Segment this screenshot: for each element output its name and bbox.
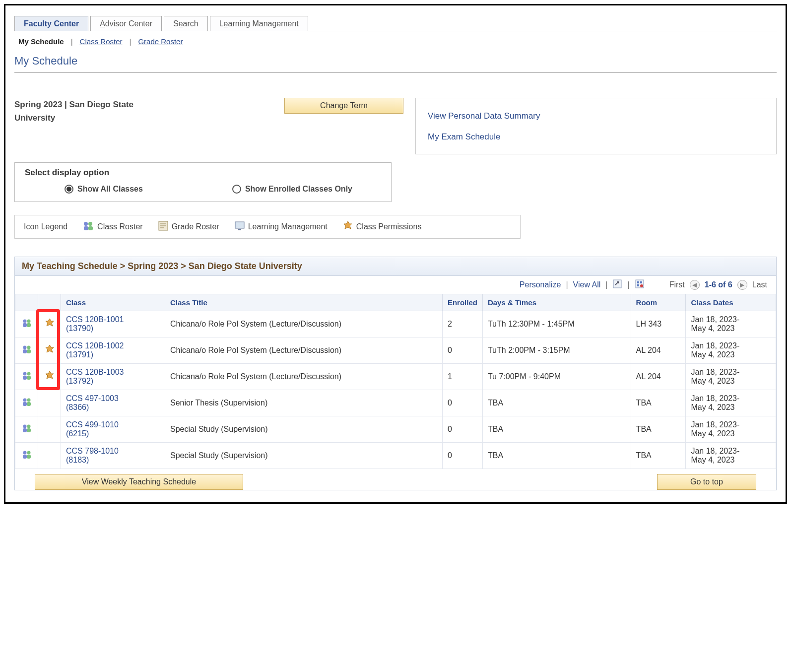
room-cell: TBA <box>631 416 686 443</box>
class-link[interactable]: CCS 497-1003(8366) <box>66 394 119 411</box>
table-row: CCS 798-1010(8183)Special Study (Supervi… <box>15 443 776 469</box>
class-title-cell: Chicana/o Role Pol System (Lecture/Discu… <box>165 311 442 337</box>
class-roster-icon[interactable] <box>21 450 32 462</box>
link-personal-data-summary[interactable]: View Personal Data Summary <box>428 111 764 121</box>
tab-advisor-center[interactable]: Advisor Center <box>90 16 162 31</box>
tab-faculty-center[interactable]: Faculty Center <box>14 16 88 31</box>
term-label: Spring 2023 | San Diego State University <box>14 98 158 125</box>
class-permissions-icon[interactable] <box>44 344 55 357</box>
svg-point-15 <box>640 284 643 287</box>
link-my-exam-schedule[interactable]: My Exam Schedule <box>428 132 764 142</box>
view-weekly-schedule-button[interactable]: View Weekly Teaching Schedule <box>35 474 243 490</box>
days-times-cell: Tu 7:00PM - 9:40PM <box>482 364 631 390</box>
subtab-grade-roster[interactable]: Grade Roster <box>135 36 186 47</box>
svg-point-36 <box>23 451 26 455</box>
link-view-all[interactable]: View All <box>573 280 601 289</box>
go-to-top-button[interactable]: Go to top <box>657 474 756 490</box>
svg-rect-19 <box>27 323 31 327</box>
class-dates-cell: Jan 18, 2023-May 4, 2023 <box>686 311 776 337</box>
svg-point-0 <box>84 222 88 226</box>
svg-rect-27 <box>27 376 31 380</box>
days-times-cell: TBA <box>482 390 631 416</box>
enrolled-cell: 0 <box>442 337 482 364</box>
side-links-box: View Personal Data Summary My Exam Sched… <box>415 98 777 154</box>
class-link[interactable]: CCS 499-1010(6215) <box>66 420 119 438</box>
col-days-times: Days & Times <box>482 294 631 311</box>
svg-rect-18 <box>23 323 27 327</box>
class-roster-icon[interactable] <box>21 371 32 383</box>
separator: | <box>71 37 73 46</box>
class-permissions-icon[interactable] <box>44 370 55 383</box>
icon-legend-title: Icon Legend <box>24 222 67 231</box>
svg-rect-22 <box>23 349 27 353</box>
legend-label: Class Roster <box>97 222 143 231</box>
radio-show-enrolled-only[interactable]: Show Enrolled Classes Only <box>232 185 352 194</box>
tab-learning-management[interactable]: Learning Management <box>210 16 308 31</box>
enrolled-cell: 0 <box>442 416 482 443</box>
table-row: CCS 120B-1001(13790)Chicana/o Role Pol S… <box>15 311 776 337</box>
nav-next-icon[interactable]: ▶ <box>737 280 747 290</box>
teaching-schedule-section: My Teaching Schedule > Spring 2023 > San… <box>14 257 777 490</box>
class-title-cell: Chicana/o Role Pol System (Lecture/Discu… <box>165 364 442 390</box>
display-option-title: Select display option <box>25 168 381 178</box>
svg-point-28 <box>23 399 26 402</box>
svg-rect-10 <box>613 280 621 288</box>
radio-label: Show Enrolled Classes Only <box>245 185 352 194</box>
radio-show-all-classes[interactable]: Show All Classes <box>65 185 143 194</box>
svg-point-20 <box>23 346 26 349</box>
download-icon[interactable] <box>635 279 645 291</box>
class-permissions-icon[interactable] <box>44 318 55 331</box>
link-personalize[interactable]: Personalize <box>520 280 561 289</box>
room-cell: TBA <box>631 443 686 469</box>
class-title-cell: Chicana/o Role Pol System (Lecture/Discu… <box>165 337 442 364</box>
icon-legend: Icon Legend Class Roster Grade Roster Le… <box>14 215 521 239</box>
legend-label: Class Permissions <box>356 222 422 231</box>
class-roster-icon[interactable] <box>21 423 32 435</box>
zoom-icon[interactable] <box>612 279 622 291</box>
class-roster-icon[interactable] <box>21 397 32 409</box>
sub-tabs: My Schedule | Class Roster | Grade Roste… <box>14 33 777 52</box>
class-permissions-icon <box>342 220 353 233</box>
class-link[interactable]: CCS 120B-1002(13791) <box>66 341 124 359</box>
days-times-cell: TBA <box>482 416 631 443</box>
separator: | <box>129 37 131 46</box>
svg-rect-14 <box>637 284 639 286</box>
class-title-cell: Special Study (Supervision) <box>165 416 442 443</box>
col-class-dates: Class Dates <box>686 294 776 311</box>
table-row: CCS 120B-1003(13792)Chicana/o Role Pol S… <box>15 364 776 390</box>
svg-point-29 <box>27 399 30 402</box>
class-title-cell: Special Study (Supervision) <box>165 443 442 469</box>
subtab-my-schedule[interactable]: My Schedule <box>15 36 67 47</box>
primary-tabs: Faculty Center Advisor Center Search Lea… <box>14 15 777 31</box>
tab-search[interactable]: Search <box>164 16 208 31</box>
class-dates-cell: Jan 18, 2023-May 4, 2023 <box>686 390 776 416</box>
class-link[interactable]: CCS 120B-1003(13792) <box>66 368 124 385</box>
class-roster-icon <box>82 220 94 233</box>
svg-rect-2 <box>84 226 88 230</box>
class-link[interactable]: CCS 120B-1001(13790) <box>66 315 124 333</box>
room-cell: TBA <box>631 390 686 416</box>
days-times-cell: TuTh 12:30PM - 1:45PM <box>482 311 631 337</box>
class-link[interactable]: CCS 798-1010(8183) <box>66 447 119 464</box>
nav-prev-icon[interactable]: ◀ <box>690 280 700 290</box>
svg-rect-12 <box>637 281 639 283</box>
nav-last[interactable]: Last <box>752 280 767 289</box>
svg-point-24 <box>23 372 26 376</box>
svg-point-17 <box>27 320 30 323</box>
class-roster-icon[interactable] <box>21 344 32 356</box>
legend-label: Grade Roster <box>172 222 219 231</box>
class-roster-icon[interactable] <box>21 318 32 330</box>
change-term-button[interactable]: Change Term <box>284 98 403 114</box>
room-cell: LH 343 <box>631 311 686 337</box>
enrolled-cell: 1 <box>442 364 482 390</box>
subtab-class-roster[interactable]: Class Roster <box>77 36 126 47</box>
svg-rect-9 <box>238 229 241 230</box>
svg-rect-13 <box>640 281 642 283</box>
nav-range: 1-6 of 6 <box>705 280 732 289</box>
enrolled-cell: 2 <box>442 311 482 337</box>
svg-rect-39 <box>27 455 31 459</box>
svg-rect-3 <box>88 226 93 230</box>
nav-first[interactable]: First <box>669 280 685 289</box>
svg-rect-34 <box>23 428 27 432</box>
radio-icon <box>232 185 241 194</box>
